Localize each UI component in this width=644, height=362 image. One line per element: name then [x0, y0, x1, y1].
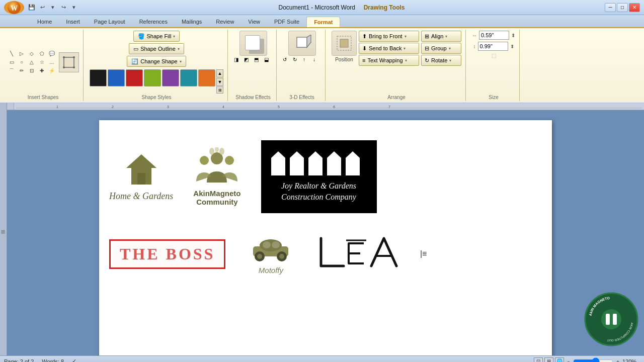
shape-fill-arrow: ▾: [173, 34, 175, 39]
svg-text:3: 3: [167, 105, 169, 109]
tab-view[interactable]: View: [241, 17, 267, 27]
outline-icon: ▭: [133, 46, 138, 52]
redo-icon[interactable]: ↪: [59, 3, 68, 12]
svg-point-6: [63, 66, 65, 68]
shadow-icon-3[interactable]: ⬒: [254, 57, 262, 65]
group-btn[interactable]: ⊟ Group ▾: [421, 43, 461, 54]
3d-rotate-right[interactable]: ↻: [293, 57, 301, 65]
color-green[interactable]: [144, 69, 161, 86]
svg-rect-2: [64, 57, 74, 67]
align-btn[interactable]: ⊞ Align ▾: [421, 31, 461, 42]
color-blue[interactable]: [108, 69, 125, 86]
maximize-button[interactable]: □: [617, 3, 628, 12]
diamond-icon[interactable]: ◇: [27, 50, 36, 58]
cross-icon[interactable]: ✚: [37, 67, 46, 75]
shape-fill-btn[interactable]: 🪣 Shape Fill ▾: [133, 31, 180, 42]
customize-icon[interactable]: ▾: [69, 3, 78, 12]
svg-text:5: 5: [278, 105, 280, 109]
3d-tilt-down[interactable]: ↓: [313, 57, 321, 65]
shape-outline-btn[interactable]: ▭ Shape Outline ▾: [129, 43, 184, 54]
text-wrapping-btn[interactable]: ≡ Text Wrapping ▾: [359, 55, 419, 66]
rotate-btn[interactable]: ↻ Rotate ▾: [421, 55, 461, 66]
undo-icon[interactable]: ↩: [38, 3, 47, 12]
edit-shape-btn[interactable]: [59, 52, 79, 72]
line-icon[interactable]: ╲: [7, 50, 16, 58]
send-to-back-btn[interactable]: ⬇ Send to Back ▾: [359, 43, 419, 54]
view-print-btn[interactable]: ⊡: [534, 357, 543, 363]
3d-tilt-up[interactable]: ↑: [303, 57, 311, 65]
svg-rect-21: [137, 173, 145, 185]
arrow-icon[interactable]: ▷: [17, 50, 26, 58]
text-box-icon[interactable]: ⊡: [27, 67, 36, 75]
svg-rect-32: [308, 158, 323, 175]
proofing-icon[interactable]: ✓: [72, 358, 76, 362]
logos-row-1: Home & Gardens: [109, 140, 542, 213]
size-expand[interactable]: ⬚: [492, 53, 496, 58]
shadow-effects-btn[interactable]: [239, 31, 267, 56]
color-purple[interactable]: [162, 69, 179, 86]
oval-icon[interactable]: ○: [17, 58, 26, 66]
action-icon[interactable]: ⚡: [47, 67, 56, 75]
svg-rect-11: [340, 39, 348, 47]
group-icon: ⊟: [425, 45, 429, 52]
tab-format[interactable]: Format: [306, 17, 340, 27]
group-shadow-effects: ◨ ◩ ⬒ ⬓ Shadow Effects: [230, 30, 277, 101]
shadow-icon-4[interactable]: ⬓: [264, 57, 272, 65]
star-icon[interactable]: ☆: [37, 58, 46, 66]
color-red[interactable]: [126, 69, 143, 86]
close-button[interactable]: ✕: [629, 3, 640, 12]
height-spinner[interactable]: ⬍: [510, 44, 514, 49]
tab-review[interactable]: Review: [209, 17, 241, 27]
tri-icon[interactable]: △: [27, 58, 36, 66]
color-teal[interactable]: [180, 69, 197, 86]
styles-expand[interactable]: ⊞: [216, 86, 223, 94]
sidebar-left: ⊞: [0, 103, 7, 355]
styles-down-arrow[interactable]: ▼: [216, 78, 223, 86]
position-btn[interactable]: [332, 31, 357, 56]
change-shape-btn[interactable]: 🔄 Change Shape ▾: [127, 56, 186, 67]
position-label: Position: [335, 57, 353, 62]
bring-to-front-btn[interactable]: ⬆ Bring to Front ▾: [359, 31, 419, 42]
color-orange[interactable]: [198, 69, 215, 86]
width-input[interactable]: [479, 31, 509, 40]
cursor-indicator: |≡: [420, 249, 427, 258]
styles-up-arrow[interactable]: ▲: [216, 69, 223, 77]
office-button[interactable]: W: [4, 1, 24, 14]
tab-home[interactable]: Home: [30, 17, 59, 27]
minimize-button[interactable]: ─: [605, 3, 616, 12]
view-buttons: ⊡ ⊞ 🌐: [534, 357, 564, 363]
3d-rotate-left[interactable]: ↺: [283, 57, 291, 65]
curve-icon[interactable]: ⌒: [7, 67, 16, 75]
page-nav-icon[interactable]: ⊞: [1, 230, 6, 234]
motoffy-text: Motoffy: [259, 266, 283, 275]
tab-references[interactable]: References: [132, 17, 175, 27]
width-spinner[interactable]: ⬍: [511, 33, 515, 38]
pentagon-icon[interactable]: ⬠: [37, 50, 46, 58]
size-label: Size: [489, 95, 498, 100]
undo-dropdown[interactable]: ▾: [48, 3, 57, 12]
quick-access-toolbar: 💾 ↩ ▾ ↪ ▾: [27, 3, 78, 12]
tab-pdf-suite[interactable]: PDF Suite: [267, 17, 306, 27]
tab-insert[interactable]: Insert: [59, 17, 87, 27]
freeform-icon[interactable]: ✏: [17, 67, 26, 75]
car-svg: [251, 234, 291, 264]
shadow-icon-1[interactable]: ◨: [234, 57, 242, 65]
more-shapes-icon[interactable]: …: [47, 58, 56, 66]
tab-mailings[interactable]: Mailings: [175, 17, 209, 27]
height-input[interactable]: [478, 42, 508, 51]
view-web-btn[interactable]: 🌐: [555, 357, 564, 363]
callout-icon[interactable]: 💬: [47, 50, 56, 58]
shadow-icon-2[interactable]: ◩: [244, 57, 252, 65]
tab-page-layout[interactable]: Page Layout: [87, 17, 132, 27]
view-full-btn[interactable]: ⊞: [544, 357, 553, 363]
3d-content: ↺ ↻ ↑ ↓: [283, 31, 321, 94]
zoom-in-btn[interactable]: ＋: [615, 358, 620, 363]
3d-effects-btn[interactable]: [288, 31, 316, 56]
color-black[interactable]: [90, 69, 107, 86]
zoom-out-btn[interactable]: －: [566, 358, 571, 363]
save-icon[interactable]: 💾: [27, 3, 36, 12]
zoom-slider[interactable]: [573, 359, 613, 363]
ribbon-content: ╲ ▷ ◇ ⬠ 💬 ▭ ○ △ ☆ … ⌒ ✏: [0, 27, 644, 103]
page-canvas: Home & Gardens: [7, 110, 644, 355]
rect-icon[interactable]: ▭: [7, 58, 16, 66]
